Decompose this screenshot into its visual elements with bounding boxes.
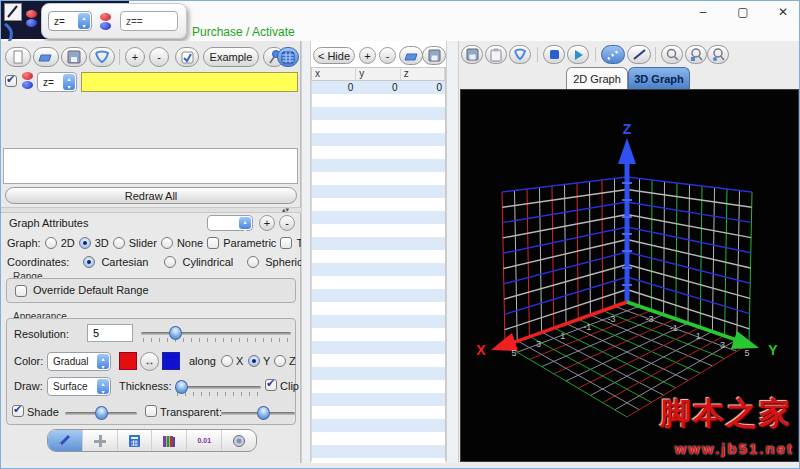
table-cell[interactable]: [312, 419, 356, 432]
table-cell[interactable]: [312, 250, 356, 263]
parametric-checkbox[interactable]: [207, 237, 219, 249]
redraw-all-button[interactable]: Redraw All: [5, 187, 297, 204]
table-cell[interactable]: [312, 159, 356, 172]
table-cell[interactable]: [401, 354, 445, 367]
dotted-trace-button[interactable]: [601, 45, 625, 64]
table-cell[interactable]: [401, 419, 445, 432]
table-cell[interactable]: [312, 198, 356, 211]
table-cell[interactable]: 0: [356, 81, 400, 94]
radio-cartesian[interactable]: [83, 256, 95, 268]
transparent-slider[interactable]: [221, 412, 295, 415]
table-cell[interactable]: [312, 237, 356, 250]
remove-row-button[interactable]: -: [379, 47, 396, 64]
table-cell[interactable]: [401, 120, 445, 133]
table-row[interactable]: [312, 94, 445, 107]
tab-settings[interactable]: [222, 430, 256, 451]
table-cell[interactable]: [356, 393, 400, 406]
radio-slider[interactable]: [113, 237, 125, 249]
tab-calculator[interactable]: [118, 430, 153, 451]
table-row[interactable]: [312, 107, 445, 120]
table-cell[interactable]: [312, 211, 356, 224]
graph-canvas[interactable]: XYZ531-1-3-3-1135 脚本之家 www.jb51.net: [460, 89, 799, 462]
shade-slider[interactable]: [65, 412, 137, 415]
example-button[interactable]: Example: [203, 47, 259, 67]
table-cell[interactable]: [356, 146, 400, 159]
table-cell[interactable]: [401, 198, 445, 211]
table-cell[interactable]: [356, 159, 400, 172]
table-cell[interactable]: [356, 315, 400, 328]
table-cell[interactable]: [401, 432, 445, 445]
resolution-slider-thumb[interactable]: [169, 326, 182, 340]
column-header-x[interactable]: x: [312, 68, 356, 80]
radio-2d[interactable]: [45, 237, 57, 249]
table-cell[interactable]: [356, 224, 400, 237]
table-cell[interactable]: [312, 341, 356, 354]
message-list-area[interactable]: [3, 148, 298, 184]
table-cell[interactable]: [312, 315, 356, 328]
screenshot-button[interactable]: [89, 47, 115, 67]
table-cell[interactable]: [312, 432, 356, 445]
table-row[interactable]: [312, 276, 445, 289]
table-cell[interactable]: [312, 224, 356, 237]
table-cell[interactable]: [401, 289, 445, 302]
table-cell[interactable]: [312, 406, 356, 419]
data-grid-button[interactable]: [277, 47, 299, 67]
table-cell[interactable]: [401, 263, 445, 276]
table-cell[interactable]: [401, 445, 445, 458]
table-cell[interactable]: [356, 302, 400, 315]
hide-table-button[interactable]: < Hide: [313, 47, 355, 64]
table-cell[interactable]: [312, 133, 356, 146]
table-cell[interactable]: [312, 302, 356, 315]
resolution-field[interactable]: 5: [87, 324, 133, 342]
table-row[interactable]: [312, 354, 445, 367]
table-cell[interactable]: [401, 328, 445, 341]
swap-colors-button[interactable]: ↔: [140, 352, 159, 371]
table-cell[interactable]: [401, 211, 445, 224]
table-row[interactable]: [312, 419, 445, 432]
table-cell[interactable]: [356, 250, 400, 263]
table-row[interactable]: [312, 250, 445, 263]
add-attribute-button[interactable]: +: [259, 215, 275, 231]
table-cell[interactable]: 0: [312, 81, 356, 94]
table-cell[interactable]: [356, 237, 400, 250]
table-row[interactable]: [312, 198, 445, 211]
table-cell[interactable]: [312, 328, 356, 341]
table-row[interactable]: [312, 224, 445, 237]
tab-equations[interactable]: [48, 430, 83, 451]
table-cell[interactable]: [356, 432, 400, 445]
zoom-button[interactable]: [661, 45, 683, 64]
new-document-button[interactable]: [5, 47, 31, 67]
table-cell[interactable]: [312, 185, 356, 198]
radio-along-z[interactable]: [274, 355, 286, 367]
transparent-slider-thumb[interactable]: [257, 406, 270, 420]
tab-library[interactable]: [152, 430, 187, 451]
screenshot-button[interactable]: [509, 45, 531, 64]
color-mode-dropdown[interactable]: Gradual: [47, 352, 111, 371]
table-cell[interactable]: [401, 159, 445, 172]
table-cell[interactable]: [312, 354, 356, 367]
table-cell[interactable]: [401, 185, 445, 198]
color-from-swatch[interactable]: [119, 352, 137, 370]
table-cell[interactable]: [312, 289, 356, 302]
save-image-button[interactable]: [461, 45, 483, 64]
tab-3d-graph[interactable]: 3D Graph: [628, 67, 690, 89]
table-cell[interactable]: [356, 107, 400, 120]
tab-axes[interactable]: [83, 430, 118, 451]
table-row[interactable]: [312, 172, 445, 185]
radio-none[interactable]: [161, 237, 173, 249]
transparent-checkbox[interactable]: [145, 405, 157, 417]
table-cell[interactable]: [401, 315, 445, 328]
override-range-checkbox[interactable]: [15, 285, 27, 297]
save-file-button[interactable]: [61, 47, 87, 67]
remove-attribute-button[interactable]: -: [279, 215, 295, 231]
horizontal-splitter[interactable]: ▴▾: [1, 207, 301, 213]
table-cell[interactable]: [356, 419, 400, 432]
table-cell[interactable]: [401, 133, 445, 146]
table-cell[interactable]: [401, 250, 445, 263]
add-row-button[interactable]: +: [359, 47, 376, 64]
table-cell[interactable]: [312, 146, 356, 159]
table-row[interactable]: [312, 159, 445, 172]
table-cell[interactable]: [356, 341, 400, 354]
equation-type-dropdown[interactable]: z=: [37, 72, 77, 92]
radio-along-x[interactable]: [221, 355, 233, 367]
